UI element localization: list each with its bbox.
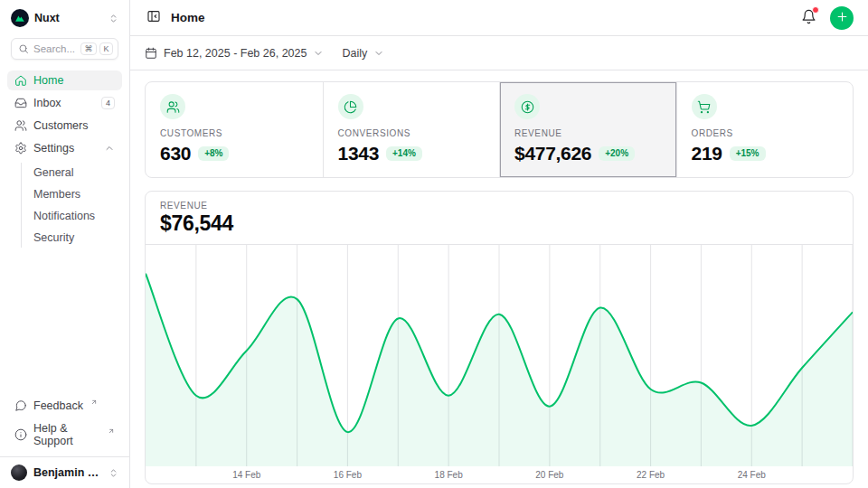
sidebar: Nuxt ⌘K HomeInbox4CustomersSettingsGener… <box>0 0 130 488</box>
avatar <box>11 465 27 481</box>
revenue-chart-card: REVENUE $76,544 14 Feb16 Feb18 Feb20 Feb… <box>145 191 854 484</box>
cart-icon <box>692 94 717 119</box>
x-tick-label: 20 Feb <box>535 470 563 480</box>
gear-icon <box>14 142 27 155</box>
sidebar-item-label: Customers <box>33 119 88 132</box>
date-range-picker[interactable]: Feb 12, 2025 - Feb 26, 2025 <box>145 47 324 60</box>
chevron-up-icon <box>104 143 115 154</box>
panel-left-close-icon <box>146 9 161 26</box>
sidebar-footer-links: FeedbackHelp & Support <box>0 396 129 456</box>
sidebar-nav: HomeInbox4CustomersSettingsGeneralMember… <box>0 70 129 249</box>
sidebar-item-settings[interactable]: Settings <box>7 138 122 158</box>
sidebar-item-label: Settings <box>33 142 74 155</box>
stat-card-orders[interactable]: ORDERS219+15% <box>676 82 854 177</box>
collapse-sidebar-button[interactable] <box>145 7 163 28</box>
stat-label: CONVERSIONS <box>338 128 486 138</box>
stat-card-conversions[interactable]: CONVERSIONS1343+14% <box>323 82 500 177</box>
chart-header: REVENUE $76,544 <box>146 192 853 245</box>
external-link-icon <box>108 427 115 435</box>
sidebar-subnav: GeneralMembersNotificationsSecurity <box>21 163 122 248</box>
filters-toolbar: Feb 12, 2025 - Feb 26, 2025 Daily <box>130 36 868 70</box>
sidebar-subitem-members[interactable]: Members <box>22 184 122 204</box>
x-tick-label: 14 Feb <box>232 470 260 480</box>
period-value: Daily <box>342 47 367 60</box>
sidebar-item-customers[interactable]: Customers <box>7 116 122 136</box>
pie-chart-icon <box>338 94 363 119</box>
period-select[interactable]: Daily <box>342 47 384 60</box>
sidebar-subitem-general[interactable]: General <box>22 163 122 183</box>
sidebar-item-help-support[interactable]: Help & Support <box>7 418 122 451</box>
stat-label: CUSTOMERS <box>160 128 308 138</box>
workspace-switcher[interactable]: Nuxt <box>0 0 129 34</box>
x-tick-label: 24 Feb <box>738 470 766 480</box>
calendar-icon <box>145 47 157 60</box>
stat-delta-badge: +15% <box>730 146 766 161</box>
sidebar-item-inbox[interactable]: Inbox4 <box>7 93 122 113</box>
x-tick-label: 22 Feb <box>637 470 665 480</box>
revenue-chart[interactable]: 14 Feb16 Feb18 Feb20 Feb22 Feb24 Feb <box>146 245 853 483</box>
sidebar-item-home[interactable]: Home <box>7 70 122 90</box>
stat-value: 1343 <box>338 143 380 164</box>
top-header: Home <box>130 0 868 36</box>
user-name: Benjamin Canac <box>33 466 102 479</box>
sidebar-item-feedback[interactable]: Feedback <box>7 396 122 416</box>
dashboard-content: CUSTOMERS630+8%CONVERSIONS1343+14%REVENU… <box>130 70 868 488</box>
page-title: Home <box>171 11 205 24</box>
chevron-down-icon <box>373 48 384 59</box>
sidebar-subitem-notifications[interactable]: Notifications <box>22 206 122 226</box>
users-icon <box>14 119 27 132</box>
app-window: Nuxt ⌘K HomeInbox4CustomersSettingsGener… <box>0 0 868 488</box>
notification-dot <box>812 6 819 14</box>
chart-x-axis: 14 Feb16 Feb18 Feb20 Feb22 Feb24 Feb <box>146 467 853 483</box>
inbox-count-badge: 4 <box>101 97 115 109</box>
stat-card-revenue[interactable]: REVENUE$477,626+20% <box>499 82 676 177</box>
info-icon <box>14 428 27 441</box>
stat-delta-badge: +20% <box>599 146 635 161</box>
chevron-down-icon <box>313 48 324 59</box>
chart-current-value: $76,544 <box>160 211 838 236</box>
chevrons-up-down-icon <box>108 468 118 478</box>
stat-label: REVENUE <box>514 128 662 138</box>
x-tick-label: 18 Feb <box>435 470 463 480</box>
users-icon <box>160 94 185 119</box>
search-shortcut: ⌘K <box>80 42 113 55</box>
workspace-name: Nuxt <box>34 12 60 24</box>
stat-value: $477,626 <box>514 143 591 164</box>
stat-card-customers[interactable]: CUSTOMERS630+8% <box>146 82 323 177</box>
chevrons-up-down-icon <box>108 14 118 23</box>
notifications-button[interactable] <box>799 7 818 29</box>
kbd-key: ⌘ <box>80 42 97 55</box>
main-area: Home Feb 12, 2025 - Feb 26, 2025 Daily <box>130 0 868 488</box>
dollar-circle-icon <box>514 94 540 119</box>
home-icon <box>14 74 27 87</box>
date-range-value: Feb 12, 2025 - Feb 26, 2025 <box>164 47 307 60</box>
inbox-icon <box>14 97 27 109</box>
search-icon <box>18 43 29 54</box>
search-input[interactable] <box>33 43 76 54</box>
kbd-key: K <box>99 42 113 55</box>
stat-label: ORDERS <box>692 128 839 138</box>
stat-delta-badge: +14% <box>386 146 422 161</box>
search-box[interactable]: ⌘K <box>11 38 118 60</box>
plus-icon <box>835 10 849 26</box>
revenue-chart-svg <box>146 245 853 467</box>
stat-value: 630 <box>160 143 191 164</box>
nuxt-logo-icon <box>11 9 29 27</box>
user-menu[interactable]: Benjamin Canac <box>0 456 129 488</box>
add-button[interactable] <box>830 6 854 30</box>
sidebar-item-label: Home <box>33 74 63 87</box>
stat-value: 219 <box>692 143 722 164</box>
external-link-icon <box>90 399 98 406</box>
x-tick-label: 16 Feb <box>334 470 362 480</box>
chat-bubble-icon <box>14 399 27 412</box>
sidebar-item-label: Inbox <box>33 97 61 109</box>
sidebar-subitem-security[interactable]: Security <box>22 228 122 248</box>
sidebar-item-label: Feedback <box>33 399 83 412</box>
stats-row: CUSTOMERS630+8%CONVERSIONS1343+14%REVENU… <box>145 81 854 178</box>
sidebar-item-label: Help & Support <box>33 422 100 447</box>
stat-delta-badge: +8% <box>198 146 229 161</box>
chart-title: REVENUE <box>160 201 838 211</box>
